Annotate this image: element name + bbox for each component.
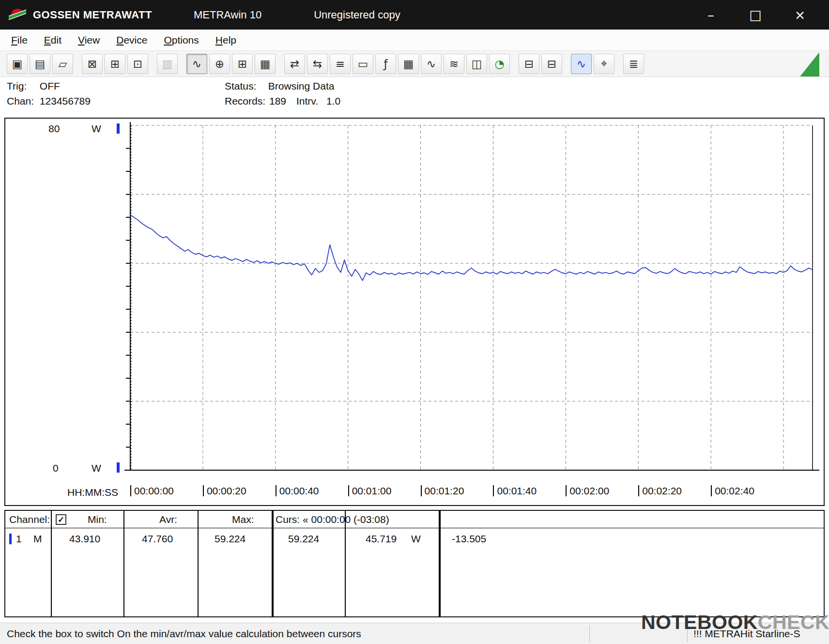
device-read-button[interactable]: ⇆ bbox=[307, 54, 328, 74]
menu-item-options[interactable]: Options bbox=[155, 30, 207, 50]
import-box-icon: ⊡ bbox=[133, 58, 142, 70]
min-value: 43.910 bbox=[69, 533, 100, 545]
printer-icon: ⊟ bbox=[547, 58, 556, 70]
y-axis-unit-top: W bbox=[92, 123, 101, 135]
min-avr-max-checkbox[interactable]: ✓ bbox=[56, 514, 66, 525]
channel-select-button[interactable]: ≡ bbox=[330, 54, 351, 74]
calculator-button[interactable]: ▦ bbox=[398, 54, 419, 74]
waveform-large-button[interactable]: ≋ bbox=[444, 54, 464, 74]
records-value: 189 bbox=[269, 93, 296, 108]
maximize-button[interactable]: □ bbox=[733, 1, 778, 29]
table-grid-icon: ⊞ bbox=[238, 58, 247, 70]
close-button[interactable]: × bbox=[778, 1, 822, 29]
cursor-value-unit: W bbox=[411, 533, 421, 545]
titlebar: GOSSEN METRAWATT METRAwin 10 Unregistere… bbox=[0, 0, 829, 30]
menu-item-view[interactable]: View bbox=[70, 30, 108, 50]
interval-value: 1.0 bbox=[326, 95, 340, 107]
waveform-narrow-icon: ∿ bbox=[427, 58, 436, 70]
menu-item-file[interactable]: File bbox=[3, 30, 36, 50]
menu-item-edit[interactable]: Edit bbox=[36, 30, 70, 50]
save-button[interactable]: ▣ bbox=[7, 54, 28, 74]
channel-marker-top bbox=[117, 123, 120, 134]
print-button[interactable]: ⊟ bbox=[541, 54, 562, 74]
table-separator bbox=[123, 511, 124, 616]
status-bar-separator bbox=[589, 625, 590, 642]
channel-list-icon: ≡ bbox=[336, 58, 345, 70]
notebookcheck-watermark: NOTEBOOKCHECK bbox=[638, 600, 822, 644]
table-view-button[interactable]: ⊞ bbox=[232, 54, 253, 74]
floppy-edit-icon: ▤ bbox=[35, 58, 46, 70]
y-axis-max-label: 80 bbox=[48, 123, 60, 135]
delete-box-icon: ⊞ bbox=[110, 58, 120, 70]
histogram-view-button[interactable]: ▦ bbox=[255, 54, 276, 74]
app-logo-icon bbox=[9, 7, 26, 23]
metrawin-window: GOSSEN METRAWATT METRAwin 10 Unregistere… bbox=[0, 0, 829, 644]
toolbar-separator bbox=[180, 54, 186, 74]
power-line-chart[interactable] bbox=[5, 119, 824, 505]
delete-data-button[interactable]: ⊞ bbox=[105, 54, 125, 74]
zoom-lens-icon: ⌖ bbox=[601, 57, 607, 70]
trig-label: Trig: bbox=[7, 78, 37, 93]
chan-value: 123456789 bbox=[40, 95, 91, 107]
channel-number: 1 bbox=[16, 533, 22, 545]
waveform-wide-icon: ≋ bbox=[449, 58, 459, 70]
import-data-button[interactable]: ⊡ bbox=[127, 54, 148, 74]
open-folder-icon: ▱ bbox=[59, 58, 67, 70]
max-value: 59.224 bbox=[215, 533, 246, 545]
function-fx-icon: ƒ bbox=[384, 58, 387, 70]
monitor-button[interactable]: ▭ bbox=[353, 54, 373, 74]
table-separator bbox=[345, 511, 346, 616]
numeric-display-button[interactable]: ▥ bbox=[157, 54, 178, 74]
save-as-button[interactable]: ▤ bbox=[30, 54, 50, 74]
annotation-button[interactable]: ≣ bbox=[623, 54, 644, 74]
zoom-search-button[interactable]: ⌖ bbox=[594, 54, 614, 74]
cursor-a-value: 59.224 bbox=[288, 533, 319, 545]
histogram-icon: ▦ bbox=[260, 58, 271, 70]
table-header-divider bbox=[5, 528, 824, 528]
menu-item-help[interactable]: Help bbox=[207, 30, 245, 50]
waveform-small-button[interactable]: ∿ bbox=[421, 54, 442, 74]
titlebar-app-name: METRAwin 10 bbox=[194, 9, 261, 21]
export-box-icon: ⊠ bbox=[88, 58, 97, 70]
device-settings-button[interactable]: ⇄ bbox=[284, 54, 305, 74]
crosshair-icon: ⊕ bbox=[215, 58, 224, 70]
menu-item-device[interactable]: Device bbox=[108, 30, 155, 50]
table-separator bbox=[51, 511, 52, 616]
y-axis-min-label: 0 bbox=[53, 462, 59, 474]
monitor-icon: ▭ bbox=[358, 58, 368, 70]
note-icon: ≣ bbox=[629, 58, 638, 70]
zoom-waveform-icon: ∿ bbox=[577, 58, 586, 70]
toolbar-separator bbox=[512, 54, 519, 74]
toolbar-separator bbox=[616, 54, 623, 74]
status-label: Status: bbox=[225, 78, 265, 93]
power-series-line bbox=[130, 215, 813, 280]
status-value: Browsing Data bbox=[268, 80, 335, 92]
status-bar-message: Check the box to switch On the min/avr/m… bbox=[7, 628, 361, 640]
titlebar-license: Unregistered copy bbox=[314, 9, 400, 21]
chart-frame: 80 W 0 W HH:MM:SS 00:00:0000:00:2000:00:… bbox=[4, 118, 825, 506]
table-separator-thick bbox=[439, 511, 441, 616]
print-preview-button[interactable]: ⊟ bbox=[519, 54, 539, 74]
x-axis-label: HH:MM:SS bbox=[67, 487, 118, 498]
timer-button[interactable]: ◔ bbox=[489, 54, 510, 74]
toolbar-separator bbox=[150, 54, 157, 74]
xy-view-button[interactable]: ⊕ bbox=[209, 54, 230, 74]
export-data-button[interactable]: ⊠ bbox=[82, 54, 103, 74]
channel-row-marker bbox=[9, 534, 12, 544]
channel-mode: M bbox=[33, 533, 42, 545]
toolbar-separator bbox=[564, 54, 571, 74]
avr-value: 47.760 bbox=[142, 533, 173, 545]
table-header-cursor: Curs: « 00:00:00 (-03:08) bbox=[276, 514, 389, 525]
open-button[interactable]: ▱ bbox=[52, 54, 73, 74]
line-chart-view-button[interactable]: ∿ bbox=[186, 54, 207, 74]
data-logger-button[interactable]: ◫ bbox=[466, 54, 487, 74]
stopwatch-icon: ◔ bbox=[494, 58, 504, 70]
y-axis-unit-bottom: W bbox=[92, 462, 101, 474]
minimize-button[interactable]: – bbox=[689, 1, 733, 29]
device-transfer-icon: ⇄ bbox=[290, 58, 299, 70]
chan-label: Chan: bbox=[7, 93, 37, 108]
zoom-signal-button[interactable]: ∿ bbox=[571, 54, 592, 74]
trig-value: OFF bbox=[40, 80, 60, 92]
function-button[interactable]: ƒ bbox=[375, 54, 396, 74]
table-header-max: Max: bbox=[232, 514, 254, 525]
